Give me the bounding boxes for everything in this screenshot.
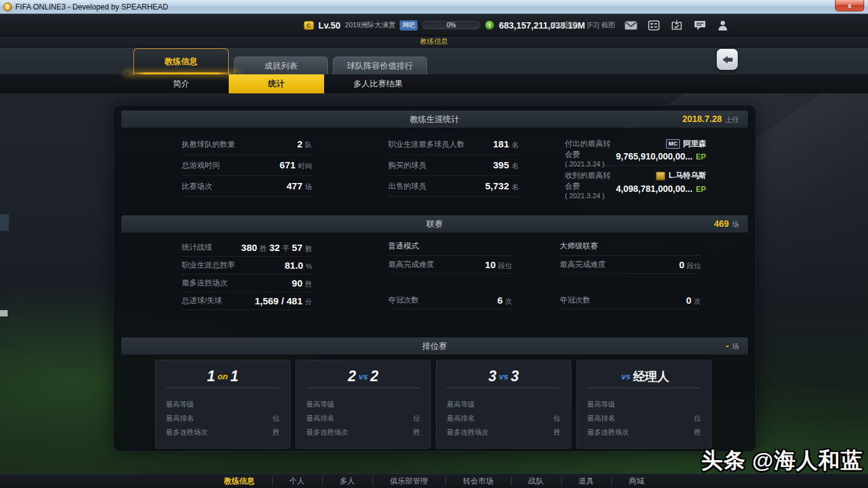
- league-column-1: 统计战绩 380胜 32平 57败 职业生涯总胜率 81.0% 最多连胜场次 9…: [182, 239, 312, 310]
- career-transfers-column: 付出的最高转会费 ( 2021.3.24 ) MC 阿里森 9,765,910,…: [565, 134, 706, 198]
- career-section-header: 教练生涯统计 2018.7.28 上任: [121, 111, 748, 128]
- bottom-nav-shop[interactable]: 商城: [611, 477, 661, 485]
- stat-label: 夺冠次数: [388, 295, 419, 306]
- xp-progressbar: 0%: [422, 21, 480, 29]
- stat-label: 出售的球员: [388, 181, 426, 192]
- stat-unit: 名: [512, 182, 519, 192]
- stat-row: 购买的球员 395名: [388, 155, 519, 176]
- stat-value: 2: [297, 139, 302, 149]
- cafe-badge: 网吧: [400, 20, 417, 30]
- stat-value: 181: [493, 139, 509, 149]
- help-hotkey[interactable]: [F1] 帮助: [550, 20, 578, 30]
- stat-value: 1,569 / 481: [255, 295, 302, 306]
- coin-icon: t: [485, 20, 494, 30]
- profile-summary: C Lv.50 2019洲际大满贯 网吧 0% t 683,157,211,03…: [304, 14, 585, 36]
- checkin-icon[interactable]: [670, 20, 684, 30]
- stat-value: 6: [498, 295, 503, 306]
- card-row: 最多连胜场次胜: [587, 425, 701, 439]
- bottom-nav-team[interactable]: 战队: [511, 477, 561, 485]
- ranked-section-header: 排位赛 - 场: [121, 337, 748, 355]
- stat-label: 购买的球员: [388, 160, 426, 171]
- normal-mode-column: 普通模式 最高完成难度 10段位 夺冠次数 6次: [388, 237, 512, 309]
- draws-value: 32: [269, 242, 280, 253]
- losses-unit: 败: [305, 244, 312, 254]
- mail-icon[interactable]: [624, 20, 638, 30]
- stat-unit: 名: [512, 140, 519, 150]
- profile-icon[interactable]: [715, 20, 729, 30]
- stadium-adboard: [0, 310, 8, 316]
- subtabs-background: [0, 74, 868, 93]
- card-row: 最高等级: [166, 397, 280, 411]
- stat-label: 最高完成难度: [560, 259, 606, 270]
- subtab-intro[interactable]: 简介: [133, 74, 229, 93]
- back-button[interactable]: [717, 49, 738, 70]
- subtab-multiplayer-results[interactable]: 多人比赛结果: [324, 74, 432, 93]
- ranked-card-3vs3: 3vs3 最高等级 最高排名位 最多连胜场次胜: [436, 360, 571, 449]
- level-label: Lv.50: [318, 20, 341, 30]
- main-tabs: 教练信息 成就列表 球队阵容价值排行: [133, 48, 427, 74]
- transfer-label: 收到的最高转会费: [565, 170, 616, 192]
- stat-row: 夺冠次数 6次: [388, 292, 512, 309]
- stat-row: 最高完成难度 0段位: [560, 256, 701, 274]
- hire-date: 2018.7.28: [682, 114, 722, 124]
- card-title: vs经理人: [587, 365, 701, 388]
- bottom-nav-items[interactable]: 道具: [561, 477, 611, 485]
- tab-squad-value-ranking[interactable]: 球队阵容价值排行: [333, 57, 427, 74]
- card-row: 最多连胜场次胜: [447, 425, 560, 439]
- bottom-nav-transfer-market[interactable]: 转会市场: [445, 477, 511, 485]
- transfer-date: ( 2021.3.24 ): [565, 192, 616, 200]
- card-row: 最高排名位: [306, 411, 420, 425]
- screenshot-hotkey[interactable]: [F2] 截图: [587, 20, 615, 30]
- bottom-nav-club-management[interactable]: 俱乐部管理: [372, 477, 445, 485]
- player-name: 阿里森: [683, 139, 706, 149]
- subtab-stats[interactable]: 统计: [229, 74, 324, 93]
- topbar-actions: [F1] 帮助 [F2] 截图: [550, 14, 729, 36]
- bottom-nav-multiplayer[interactable]: 多人: [322, 477, 372, 485]
- wins-unit: 胜: [260, 244, 267, 254]
- transfer-label: 付出的最高转会费: [565, 139, 616, 160]
- tabs-background: [0, 48, 868, 74]
- tab-coach-info[interactable]: 教练信息: [133, 48, 229, 74]
- bottom-nav-personal[interactable]: 个人: [272, 477, 322, 485]
- card-title: 1on1: [166, 365, 280, 388]
- stat-label: 夺冠次数: [560, 295, 590, 306]
- master-league-column: 大师级联赛 最高完成难度 0段位 夺冠次数 0次: [560, 237, 701, 309]
- stat-row: 总游戏时间 671时间: [182, 155, 312, 176]
- bottom-nav-coach-info[interactable]: 教练信息: [207, 477, 272, 485]
- mode-title: 普通模式: [388, 237, 512, 256]
- stat-unit: 次: [505, 297, 512, 306]
- stat-row: 夺冠次数 0次: [560, 292, 701, 309]
- stat-unit: %: [306, 262, 312, 270]
- chat-icon[interactable]: [693, 20, 707, 30]
- stat-label: 职业生涯最多球员人数: [388, 139, 465, 150]
- level-badge-icon: C: [304, 21, 314, 30]
- card-row: 最高等级: [306, 397, 420, 411]
- transfer-date: ( 2021.3.24 ): [565, 160, 616, 168]
- stat-unit: 分: [305, 297, 312, 307]
- league-section-title: 联赛: [426, 219, 443, 230]
- ranked-section-title: 排位赛: [423, 341, 447, 352]
- ep-currency-label: EP: [696, 152, 706, 161]
- stat-value: 0: [679, 259, 684, 270]
- stat-row: 最高完成难度 10段位: [388, 256, 512, 274]
- stat-label: 最多连胜场次: [182, 278, 227, 288]
- bottom-nav: 教练信息 个人 多人 俱乐部管理 转会市场 战队 道具 商城: [0, 473, 868, 488]
- stat-row: 职业生涯最多球员人数 181名: [388, 134, 519, 155]
- career-section-title: 教练生涯统计: [410, 114, 459, 125]
- stat-value: 5,732: [485, 180, 509, 191]
- hire-date-suffix: 上任: [725, 115, 739, 125]
- close-button[interactable]: x: [835, 0, 864, 11]
- app-icon: 3: [3, 3, 12, 11]
- draws-unit: 平: [282, 244, 289, 254]
- window-titlebar: 3 FIFA ONLINE3 - Developed by SPEARHEAD …: [0, 0, 868, 14]
- stat-label: 总进球/失球: [182, 295, 222, 306]
- tab-achievements[interactable]: 成就列表: [234, 57, 328, 74]
- close-icon: x: [848, 2, 851, 10]
- inventory-icon[interactable]: [647, 20, 661, 30]
- stat-row: 统计战绩 380胜 32平 57败: [182, 239, 312, 257]
- stat-label: 职业生涯总胜率: [182, 260, 235, 271]
- card-title: 2vs2: [306, 365, 420, 388]
- stat-label: 比赛场次: [182, 181, 212, 192]
- card-title: 3vs3: [447, 365, 560, 388]
- ranked-card-vs-manager: vs经理人 最高等级 最高排名位 最多连胜场次胜: [576, 360, 712, 449]
